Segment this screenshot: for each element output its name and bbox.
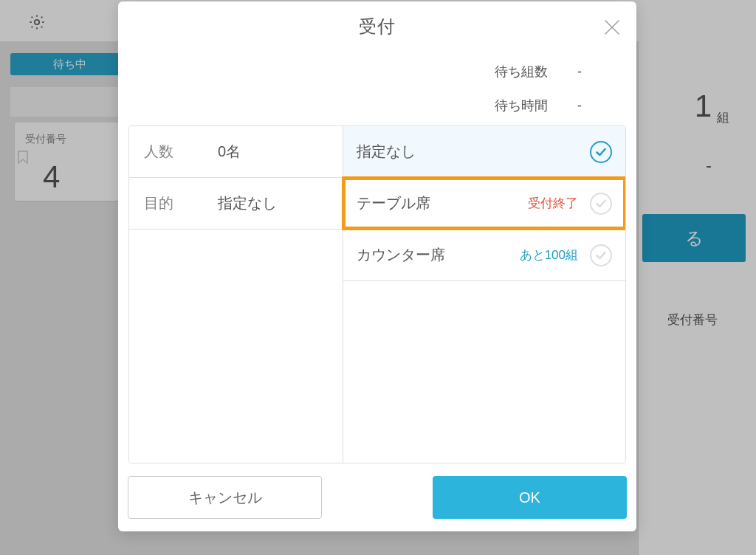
modal-header: 受付 (118, 1, 636, 52)
summary-column: 人数 0名 目的 指定なし (129, 126, 343, 463)
option-none[interactable]: 指定なし (343, 126, 625, 178)
primary-action-button[interactable]: る (642, 214, 746, 262)
wait-time-dash: - (706, 155, 712, 176)
purpose-label: 目的 (144, 193, 218, 213)
status-closed: 受付終了 (528, 195, 578, 212)
options-column: 指定なし テーブル席 受付終了 カウンター席 あと100組 (343, 126, 625, 463)
gear-icon[interactable] (28, 13, 46, 31)
info-panel (642, 295, 746, 339)
modal-footer: キャンセル OK (118, 463, 636, 531)
option-label: 指定なし (357, 142, 590, 162)
option-table-seat[interactable]: テーブル席 受付終了 (343, 178, 625, 230)
ticket-number: 4 (43, 159, 60, 195)
people-label: 人数 (144, 142, 218, 162)
modal-title: 受付 (359, 15, 396, 38)
waiting-tab[interactable]: 待ち中 (10, 53, 128, 75)
cancel-button[interactable]: キャンセル (128, 476, 322, 519)
status-remaining: あと100組 (520, 247, 578, 263)
waiting-groups-label: 待ち組数 (495, 63, 548, 80)
waiting-time-label: 待ち時間 (495, 97, 548, 114)
option-label: テーブル席 (357, 193, 528, 213)
reception-label: 受付番号 (667, 311, 718, 328)
bookmark-icon (18, 151, 28, 165)
option-label: カウンター席 (357, 245, 520, 265)
wait-count-unit: 組 (717, 109, 729, 126)
purpose-value: 指定なし (218, 193, 277, 213)
check-icon (590, 141, 612, 163)
reception-modal: 受付 待ち組数 - 待ち時間 - 人数 0名 目的 指定なし 指定 (118, 1, 636, 531)
check-icon (590, 193, 612, 215)
waiting-groups-row: 待ち組数 - (118, 63, 592, 80)
side-panel (638, 41, 756, 555)
wait-count: 1 (695, 89, 712, 124)
ticket-label: 受付番号 (25, 133, 66, 146)
people-row[interactable]: 人数 0名 (129, 126, 343, 178)
ticket-card[interactable] (15, 123, 126, 201)
purpose-row[interactable]: 目的 指定なし (129, 178, 343, 230)
people-value: 0名 (218, 142, 241, 162)
option-counter-seat[interactable]: カウンター席 あと100組 (343, 230, 625, 281)
stats-area: 待ち組数 - 待ち時間 - (118, 52, 636, 125)
check-icon (590, 244, 612, 266)
close-icon[interactable] (604, 19, 620, 35)
ok-button[interactable]: OK (433, 476, 627, 519)
waiting-time-value: - (577, 98, 592, 114)
modal-body: 人数 0名 目的 指定なし 指定なし テーブル席 受付終了 (128, 125, 626, 463)
waiting-groups-value: - (577, 64, 592, 80)
waiting-time-row: 待ち時間 - (118, 97, 592, 114)
svg-point-0 (35, 20, 39, 24)
